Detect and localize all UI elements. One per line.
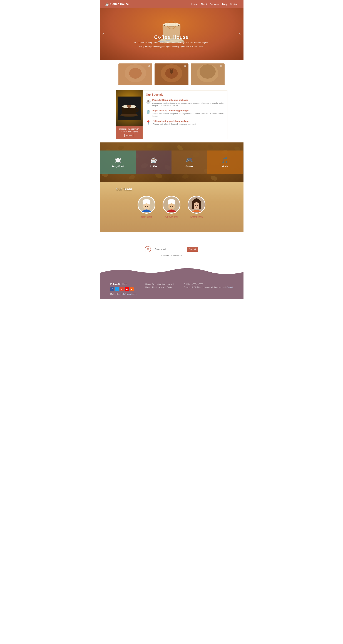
- special-desc-2: Aliquam erat volutpat. Suspendisse congu…: [152, 112, 224, 118]
- hero-title: Coffee House: [134, 34, 209, 40]
- special-item-2: 🥤 Paper desktop publishing packages Aliq…: [146, 110, 224, 118]
- team-member-john: John Spall: [138, 196, 155, 218]
- special-icon-1: ☕: [146, 99, 150, 104]
- footer-links: Home About Services Contact: [145, 286, 175, 289]
- specials-footer: randomised words which don't look even s…: [116, 126, 143, 139]
- hero-next-arrow[interactable]: ›: [239, 31, 241, 37]
- feature-food[interactable]: 🍽️ Tasty Food: [100, 150, 136, 174]
- footer-link-home[interactable]: Home: [145, 286, 150, 289]
- nav-services[interactable]: Services: [210, 2, 219, 6]
- svg-point-61: [195, 205, 196, 206]
- svg-point-16: [200, 64, 216, 79]
- facebook-icon[interactable]: f: [110, 287, 114, 291]
- features-banner: 🍽️ Tasty Food ☕ Coffee 🎮 Games 🎵 Music: [100, 142, 244, 182]
- email-input[interactable]: [153, 247, 185, 252]
- john-avatar-art: [138, 196, 155, 213]
- music-label: Music: [222, 165, 229, 168]
- coffee-label: Coffee: [150, 165, 157, 168]
- hero-section: Coffee House as opposed to using 'Conten…: [100, 8, 244, 60]
- hero-text: Coffee House as opposed to using 'Conten…: [134, 34, 209, 48]
- subscribe-text: Subscribe for New Letter: [161, 254, 182, 257]
- card-number-2: 02: [184, 65, 186, 67]
- special-item-text-3: Nthing desktop publishing packages Aliqu…: [153, 120, 196, 126]
- feature-games[interactable]: 🎮 Games: [171, 150, 207, 174]
- games-label: Games: [185, 165, 193, 168]
- special-item-3: 📍 Nthing desktop publishing packages Ali…: [146, 120, 224, 126]
- copyright-link[interactable]: Contact: [227, 286, 233, 288]
- footer-link-services[interactable]: Services: [158, 286, 165, 289]
- googleplus-icon[interactable]: g: [120, 287, 124, 291]
- footer-link-contact[interactable]: Contact: [167, 286, 173, 289]
- special-item-text-2: Paper desktop publishing packages Aliqua…: [152, 110, 224, 118]
- games-icon: 🎮: [186, 157, 193, 164]
- feature-coffee[interactable]: ☕ Coffee: [136, 150, 171, 174]
- nav-about[interactable]: About: [201, 2, 207, 6]
- mail-link[interactable]: hello@website.com: [121, 293, 136, 295]
- coffee-card-black[interactable]: 03 Black Coffee: [191, 64, 225, 85]
- footer-follow: Follow Us Here f t g ▶ ◉ Mail us On :- h…: [110, 283, 136, 296]
- footer-address-text: Lipsum Street, Cape town, New york.: [145, 283, 175, 286]
- submit-button[interactable]: Submit: [187, 247, 198, 252]
- svg-point-40: [128, 174, 135, 180]
- coffee-card-cream[interactable]: 01 Cream Coffee: [118, 64, 152, 85]
- coffee-feature-icon: ☕: [150, 157, 157, 164]
- special-icon-3: 📍: [146, 120, 151, 125]
- nav-home[interactable]: Home: [191, 2, 198, 6]
- svg-point-58: [193, 202, 200, 210]
- cream-coffee-bg-art: [118, 64, 152, 85]
- mail-label: Mail us On :- hello@website.com: [110, 292, 136, 296]
- heart-coffee-art: [118, 96, 141, 120]
- copyright: Copyright © 2015 Company name All rights…: [184, 286, 233, 289]
- team-section: Our Team Jo: [100, 182, 244, 232]
- specials-title: Our Specials: [146, 93, 224, 96]
- footer: Follow Us Here f t g ▶ ◉ Mail us On :- h…: [100, 278, 244, 299]
- svg-point-26: [176, 144, 184, 152]
- svg-point-48: [145, 206, 146, 207]
- specials-art: [116, 90, 143, 126]
- svg-rect-59: [192, 204, 194, 209]
- svg-point-54: [170, 206, 171, 207]
- svg-point-10: [129, 68, 142, 79]
- svg-point-19: [121, 114, 138, 116]
- specials-section: randomised words which don't look even s…: [100, 88, 244, 142]
- twitter-icon[interactable]: t: [115, 287, 119, 291]
- svg-rect-60: [199, 204, 201, 209]
- svg-point-47: [143, 204, 150, 210]
- olievia-avatar-art: [163, 196, 180, 213]
- music-icon: 🎵: [222, 157, 229, 164]
- coffee-cup-icon: ☕: [105, 2, 109, 6]
- youtube-icon[interactable]: ▶: [125, 287, 129, 291]
- footer-wave: [100, 268, 244, 278]
- emma-avatar-art: [188, 196, 205, 213]
- follow-title: Follow Us Here: [110, 283, 136, 286]
- specials-img-text: randomised words which don't look even s…: [118, 128, 141, 133]
- hero-subtitle2: Many desktop publishing packages and web…: [134, 45, 209, 48]
- specials-image: randomised words which don't look even s…: [116, 90, 143, 139]
- special-desc-3: Aliquam erat volutpat. Suspendisse congu…: [153, 123, 196, 126]
- go-on-button[interactable]: GO ON: [124, 134, 134, 137]
- brand-name: Coffee House: [110, 2, 129, 6]
- footer-contact: Call Us: 10 000 00 0000 Copyright © 2015…: [184, 283, 233, 296]
- team-member-olievia: Olievia smi: [163, 196, 180, 218]
- hero-prev-arrow[interactable]: ‹: [102, 31, 104, 37]
- nav-contact[interactable]: Contact: [230, 2, 238, 6]
- special-title-1: Many desktop publishing packages: [152, 99, 224, 101]
- avatar-john: [138, 196, 155, 214]
- hero-subtitle1: as opposed to using 'Content here, conte…: [134, 41, 209, 44]
- mail-icon: ✉: [145, 246, 151, 252]
- coffee-card-cappuccino[interactable]: 02 Cappuccino: [155, 64, 188, 85]
- avatar-olievia: [163, 196, 180, 214]
- black-coffee-bg-art: [191, 64, 225, 85]
- feature-music[interactable]: 🎵 Music: [207, 150, 243, 174]
- specials-content: Our Specials ☕ Many desktop publishing p…: [143, 90, 227, 139]
- coffee-cards-section: 01 Cream Coffee 02 Cappuccino 03 Black: [100, 60, 244, 88]
- team-member-emma: Emma lana: [188, 196, 205, 218]
- svg-point-28: [207, 144, 214, 150]
- wave-svg: [100, 268, 244, 278]
- special-item-text-1: Many desktop publishing packages Aliquam…: [152, 99, 224, 107]
- footer-link-about[interactable]: About: [152, 286, 157, 289]
- navbar: ☕ Coffee House Home About Services Blog …: [100, 0, 244, 8]
- rss-icon[interactable]: ◉: [130, 287, 134, 291]
- food-icon: 🍽️: [114, 157, 121, 164]
- nav-blog[interactable]: Blog: [222, 2, 227, 6]
